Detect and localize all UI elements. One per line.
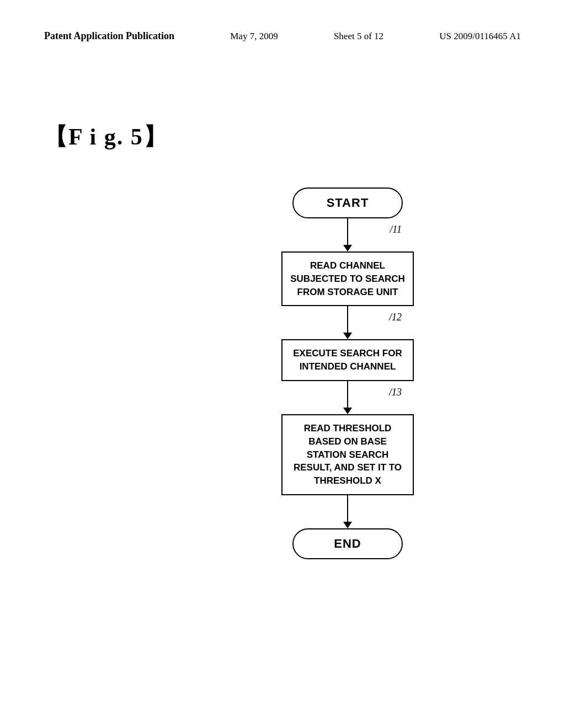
arrow-line-2 bbox=[347, 306, 348, 333]
step-label-13: /13 bbox=[389, 387, 402, 398]
start-label: START bbox=[327, 196, 369, 210]
step-13-text: READ THRESHOLDBASED ON BASESTATION SEARC… bbox=[294, 422, 402, 488]
arrow-line-4 bbox=[347, 495, 348, 522]
arrow-head-4 bbox=[343, 522, 352, 528]
step-11-box: READ CHANNELSUBJECTED TO SEARCHFROM STOR… bbox=[281, 251, 414, 306]
patent-number: US 2009/0116465 A1 bbox=[439, 31, 521, 42]
step-label-12: /12 bbox=[389, 312, 402, 323]
arrow-head-1 bbox=[343, 245, 352, 251]
arrow-head-3 bbox=[343, 408, 352, 414]
flowchart: START /11 READ CHANNELSUBJECTED TO SEARC… bbox=[215, 188, 480, 559]
start-node: START bbox=[292, 188, 403, 218]
sheet-info: Sheet 5 of 12 bbox=[334, 31, 383, 42]
step-11-text: READ CHANNELSUBJECTED TO SEARCHFROM STOR… bbox=[290, 259, 405, 298]
arrow-line-1 bbox=[347, 218, 348, 245]
arrow-line-3 bbox=[347, 381, 348, 408]
publication-title: Patent Application Publication bbox=[44, 30, 174, 42]
page: Patent Application Publication May 7, 20… bbox=[0, 0, 565, 728]
figure-label: 【F i g. 5】 bbox=[44, 121, 168, 152]
arrow-4 bbox=[343, 495, 352, 528]
arrow-2: /12 bbox=[343, 306, 352, 339]
arrow-1: /11 bbox=[343, 218, 352, 251]
step-13-box: READ THRESHOLDBASED ON BASESTATION SEARC… bbox=[281, 414, 414, 495]
publication-date: May 7, 2009 bbox=[230, 31, 278, 42]
end-label: END bbox=[334, 537, 361, 551]
step-12-text: EXECUTE SEARCH FORINTENDED CHANNEL bbox=[293, 347, 402, 373]
step-12-box: EXECUTE SEARCH FORINTENDED CHANNEL bbox=[281, 339, 414, 381]
step-label-11: /11 bbox=[390, 224, 402, 235]
header: Patent Application Publication May 7, 20… bbox=[0, 0, 565, 42]
end-node: END bbox=[292, 528, 403, 559]
arrow-head-2 bbox=[343, 333, 352, 339]
arrow-3: /13 bbox=[343, 381, 352, 414]
